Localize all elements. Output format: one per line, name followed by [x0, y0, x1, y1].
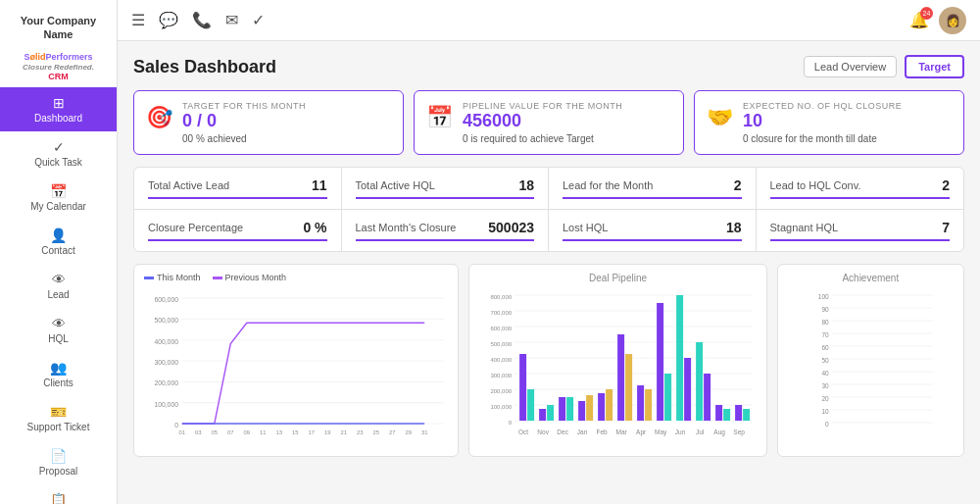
stat-total-active-hql: Total Active HQL 18 [342, 168, 550, 210]
sidebar-item-my-calendar[interactable]: 📅 My Calendar [0, 176, 117, 220]
stat-stagnant-hql: Stagnant HQL 7 [757, 210, 964, 251]
sidebar-item-lead[interactable]: 👁 Lead [0, 264, 117, 308]
sidebar: Your Company Name SølidPerformers Closur… [0, 0, 118, 504]
svg-text:80: 80 [821, 319, 829, 326]
svg-text:03: 03 [195, 429, 201, 435]
svg-rect-59 [626, 354, 633, 421]
svg-text:25: 25 [372, 429, 378, 435]
kpi-pipeline-sub: 0 is required to achieve Target [463, 133, 671, 144]
page-header-actions: Lead Overview Target [804, 55, 964, 78]
target-button[interactable]: Target [905, 55, 964, 78]
charts-row: This Month Previous Month 600,000 500,00… [133, 264, 964, 457]
main-content: ☰ 💬 📞 ✉ ✓ 🔔 24 👩 Sales Dashboard Lead Ov… [118, 0, 980, 504]
chat-icon[interactable]: 💬 [159, 11, 178, 29]
svg-text:Sep: Sep [734, 428, 746, 436]
svg-rect-65 [685, 358, 692, 421]
svg-text:21: 21 [340, 429, 346, 435]
calendar-icon: 📅 [50, 183, 67, 199]
kpi-card-pipeline: 📅 PIPELINE VALUE FOR THE MONTH 456000 0 … [414, 90, 684, 155]
svg-text:07: 07 [227, 429, 233, 435]
svg-rect-50 [540, 409, 547, 421]
page-header: Sales Dashboard Lead Overview Target [133, 55, 964, 78]
svg-rect-54 [579, 401, 586, 421]
achievement-chart-title: Achievement [788, 273, 954, 283]
contact-icon: 👤 [50, 227, 67, 243]
svg-text:400,000: 400,000 [154, 338, 178, 345]
svg-text:Jul: Jul [696, 428, 705, 435]
svg-rect-61 [646, 389, 653, 421]
svg-text:Mar: Mar [616, 428, 628, 435]
svg-text:15: 15 [292, 429, 298, 435]
svg-rect-49 [528, 389, 535, 421]
svg-text:30: 30 [821, 382, 829, 389]
svg-text:27: 27 [389, 429, 395, 435]
svg-text:29: 29 [405, 429, 411, 435]
svg-text:500,000: 500,000 [491, 341, 513, 347]
stat-last-month-closure: Last Month's Closure 500023 [342, 210, 550, 251]
svg-text:100,000: 100,000 [154, 401, 178, 408]
topbar-nav-icons: ☰ 💬 📞 ✉ ✓ [131, 11, 265, 29]
sidebar-item-dashboard[interactable]: ⊞ Dashboard [0, 87, 117, 131]
svg-rect-55 [587, 395, 594, 421]
svg-text:Apr: Apr [636, 428, 647, 436]
svg-text:300,000: 300,000 [154, 359, 178, 366]
sidebar-item-hql[interactable]: 👁 HQL [0, 308, 117, 352]
kpi-hql-value: 10 [743, 111, 952, 131]
stats-grid: Total Active Lead 11 Total Active HQL 18… [133, 167, 964, 252]
svg-text:70: 70 [821, 331, 829, 338]
proforma-icon: 📋 [50, 492, 67, 504]
topbar: ☰ 💬 📞 ✉ ✓ 🔔 24 👩 [118, 0, 980, 41]
svg-text:19: 19 [324, 429, 330, 435]
phone-icon[interactable]: 📞 [192, 11, 212, 29]
svg-text:Oct: Oct [518, 428, 528, 435]
svg-rect-62 [658, 303, 664, 421]
kpi-hql-label: EXPECTED NO. OF HQL CLOSURE [743, 101, 952, 111]
stat-total-active-lead: Total Active Lead 11 [134, 168, 342, 210]
sidebar-item-proposal[interactable]: 📄 Proposal [0, 440, 117, 484]
sidebar-item-quick-task[interactable]: ✓ Quick Task [0, 131, 117, 176]
bar-chart-title: Deal Pipeline [479, 273, 756, 283]
svg-text:Nov: Nov [538, 428, 550, 435]
svg-text:0: 0 [174, 422, 178, 428]
proposal-icon: 📄 [50, 448, 67, 464]
kpi-pipeline-label: PIPELINE VALUE FOR THE MONTH [463, 101, 671, 111]
svg-rect-48 [520, 354, 527, 421]
svg-rect-71 [744, 409, 751, 421]
svg-text:200,000: 200,000 [491, 388, 513, 394]
svg-text:100,000: 100,000 [491, 404, 513, 410]
svg-text:600,000: 600,000 [491, 326, 513, 331]
hamburger-icon[interactable]: ☰ [131, 11, 145, 29]
lead-icon: 👁 [52, 272, 66, 287]
svg-text:Aug: Aug [714, 428, 726, 436]
line-chart-legend: This Month Previous Month [144, 273, 448, 282]
check-icon[interactable]: ✓ [252, 11, 265, 29]
svg-text:800,000: 800,000 [491, 294, 513, 300]
svg-rect-63 [665, 374, 672, 421]
svg-rect-56 [599, 393, 606, 421]
notification-bell[interactable]: 🔔 24 [909, 11, 929, 29]
kpi-card-hql: 🤝 EXPECTED NO. OF HQL CLOSURE 10 0 closu… [694, 90, 964, 155]
sidebar-item-clients[interactable]: 👥 Clients [0, 352, 117, 396]
avatar[interactable]: 👩 [939, 7, 966, 34]
sidebar-item-proforma-invoice[interactable]: 📋 Proforma Invoice [0, 484, 117, 504]
svg-rect-70 [736, 405, 743, 421]
company-name: Your Company Name [0, 8, 117, 48]
svg-text:Feb: Feb [597, 428, 609, 435]
sidebar-item-support-ticket[interactable]: 🎫 Support Ticket [0, 396, 117, 440]
svg-text:200,000: 200,000 [154, 379, 178, 386]
mail-icon[interactable]: ✉ [225, 11, 238, 29]
svg-text:600,000: 600,000 [154, 296, 178, 303]
content-area: Sales Dashboard Lead Overview Target 🎯 T… [118, 41, 980, 504]
svg-text:13: 13 [276, 429, 282, 435]
sidebar-item-contact[interactable]: 👤 Contact [0, 220, 117, 264]
dashboard-icon: ⊞ [53, 95, 65, 111]
clients-icon: 👥 [50, 360, 67, 376]
lead-overview-button[interactable]: Lead Overview [804, 56, 897, 77]
svg-text:50: 50 [821, 357, 829, 364]
svg-text:09: 09 [244, 429, 250, 435]
line-chart-card: This Month Previous Month 600,000 500,00… [133, 264, 459, 457]
pipeline-icon: 📅 [426, 105, 453, 130]
svg-text:11: 11 [260, 429, 266, 435]
quick-task-icon: ✓ [53, 139, 65, 155]
stat-lost-hql: Lost HQL 18 [549, 210, 757, 251]
